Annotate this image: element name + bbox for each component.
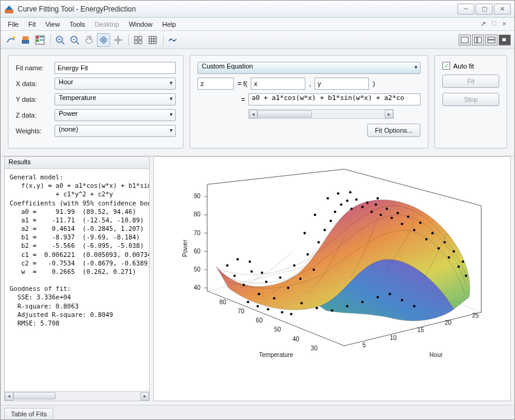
svg-point-72 [379, 213, 382, 216]
svg-point-96 [346, 305, 348, 307]
layout-left-icon[interactable] [472, 35, 484, 45]
svg-point-102 [337, 192, 339, 195]
results-scroll-thumb[interactable] [13, 392, 56, 399]
zdata-dropdown[interactable]: Power [55, 109, 176, 121]
data-cursor-icon[interactable] [111, 33, 125, 47]
fit-button[interactable]: Fit [442, 75, 499, 88]
svg-point-54 [279, 276, 282, 279]
window-title: Curve Fitting Tool - EnergyPrediction [18, 5, 457, 13]
formula-scrollbar[interactable]: ◂ ▸ [248, 109, 394, 119]
svg-text:5: 5 [362, 342, 366, 348]
ydata-dropdown[interactable]: Temperature [55, 93, 176, 105]
fit-controls-group: ✓ Auto fit Fit Stop [434, 55, 507, 148]
zdata-label: Z data: [16, 112, 50, 119]
doc-close-icon[interactable]: ⬚ [491, 20, 500, 28]
svg-text:40: 40 [194, 284, 201, 291]
svg-point-93 [301, 302, 303, 304]
layout-float-icon[interactable] [499, 35, 511, 45]
menu-view[interactable]: View [41, 19, 65, 29]
autofit-label: Auto fit [453, 62, 474, 70]
menu-window[interactable]: Window [124, 19, 158, 29]
results-scroll-right-icon[interactable]: ▸ [141, 392, 149, 401]
table-icon[interactable] [146, 33, 159, 47]
xdata-label: X data: [16, 80, 50, 87]
menu-help[interactable]: Help [158, 19, 181, 29]
fit-type-dropdown[interactable]: Custom Equation [198, 62, 420, 74]
menu-tools[interactable]: Tools [65, 19, 90, 29]
menu-desktop[interactable]: Desktop [90, 19, 124, 29]
svg-point-68 [361, 205, 364, 208]
stop-button[interactable]: Stop [442, 93, 499, 106]
svg-line-42 [344, 169, 481, 205]
results-scroll-left-icon[interactable]: ◂ [5, 392, 13, 401]
svg-rect-34 [474, 37, 477, 43]
layout-top-icon[interactable] [485, 35, 497, 45]
results-scrollbar[interactable]: ◂ ▸ [5, 391, 149, 401]
close-button[interactable]: ✕ [494, 4, 511, 15]
svg-point-51 [258, 293, 260, 295]
svg-point-61 [324, 229, 326, 232]
fit-name-input[interactable] [55, 62, 176, 74]
svg-point-99 [388, 293, 391, 295]
svg-rect-22 [135, 36, 138, 39]
svg-rect-37 [488, 40, 495, 43]
fit-options-button[interactable]: Fit Options... [367, 124, 420, 137]
svg-point-79 [419, 222, 422, 224]
zoom-out-icon[interactable] [68, 33, 81, 47]
svg-point-48 [233, 275, 236, 277]
tab-table-of-fits[interactable]: Table of Fits [4, 408, 53, 419]
svg-point-32 [173, 40, 174, 41]
svg-point-91 [248, 261, 251, 263]
svg-text:10: 10 [390, 335, 397, 341]
undock-icon[interactable]: ↗ [480, 20, 489, 28]
equation-group: Custom Equation = f( , ) = a0 + a1*cos(w… [190, 55, 428, 148]
svg-point-85 [453, 250, 455, 253]
zoom-in-icon[interactable] [53, 33, 67, 47]
results-header: Results [5, 157, 149, 169]
ydata-label: Y data: [16, 96, 50, 103]
data-selection-group: Fit name: X data: Hour Y data: Temperatu… [8, 55, 184, 148]
svg-point-105 [314, 213, 316, 216]
yvar-input[interactable] [314, 78, 369, 90]
svg-point-109 [256, 305, 259, 307]
print-icon[interactable] [19, 33, 32, 47]
menu-file[interactable]: File [3, 19, 24, 29]
formula-input[interactable]: a0 + a1*cos(w*x) + b1*sin(w*x) + a2*co [248, 93, 420, 105]
residuals-icon[interactable] [166, 33, 179, 47]
svg-rect-5 [36, 36, 39, 39]
xdata-dropdown[interactable]: Hour [55, 78, 176, 90]
grid-icon[interactable] [131, 33, 145, 47]
layout-single-icon[interactable] [459, 35, 471, 45]
svg-point-106 [304, 232, 306, 235]
weights-dropdown[interactable]: (none) [55, 125, 176, 137]
doc-x-icon[interactable]: × [502, 20, 511, 28]
zvar-input[interactable] [198, 78, 234, 90]
svg-text:80: 80 [219, 299, 227, 305]
autofit-checkbox[interactable]: ✓ [442, 62, 450, 70]
svg-point-65 [346, 199, 348, 202]
scroll-thumb[interactable] [258, 110, 312, 118]
svg-point-82 [437, 247, 440, 250]
scroll-left-icon[interactable]: ◂ [249, 110, 258, 118]
xvar-input[interactable] [251, 78, 305, 90]
new-fit-icon[interactable] [4, 33, 18, 47]
pan-icon[interactable] [82, 33, 96, 47]
rotate3d-icon[interactable] [97, 33, 110, 47]
svg-point-53 [273, 297, 276, 299]
zaxis-label: Power [182, 239, 188, 257]
svg-point-97 [361, 301, 364, 303]
svg-point-71 [374, 203, 377, 205]
legend-icon[interactable] [33, 33, 47, 47]
svg-line-10 [62, 42, 64, 44]
app-icon [4, 4, 14, 14]
svg-point-104 [327, 197, 329, 199]
minimize-button[interactable]: ─ [457, 4, 474, 15]
scroll-right-icon[interactable]: ▸ [385, 110, 393, 118]
svg-text:50: 50 [194, 266, 201, 273]
plot-3d[interactable]: Power 40 50 60 70 80 90 Temperature 80 7… [153, 156, 511, 401]
menu-fit[interactable]: Fit [24, 19, 41, 29]
svg-point-110 [267, 308, 269, 310]
maximize-button[interactable]: ▢ [476, 4, 493, 15]
autofit-row[interactable]: ✓ Auto fit [442, 62, 499, 70]
svg-point-92 [261, 272, 263, 274]
